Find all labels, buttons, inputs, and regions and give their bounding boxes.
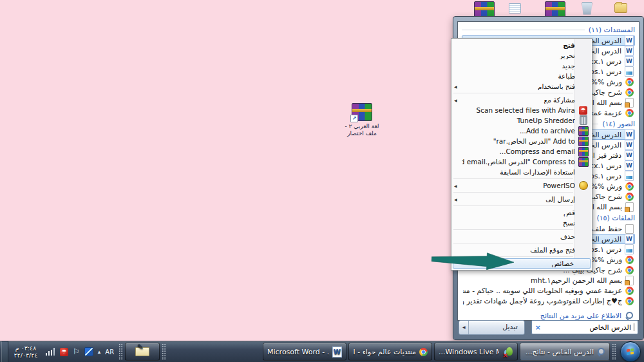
taskbar-window-title: الدرس الخاص - نتائج... xyxy=(526,348,594,356)
menu-item-8[interactable]: TuneUp Shredder xyxy=(451,115,592,126)
file-icon xyxy=(625,224,634,234)
menu-item-label: إرسال إلى xyxy=(462,195,575,203)
word-icon xyxy=(625,160,634,171)
taskbar-window-title: ...Windows Live Me xyxy=(439,348,499,356)
menu-item-3[interactable]: طباعة xyxy=(451,71,592,81)
word-icon xyxy=(625,140,634,150)
start-button[interactable] xyxy=(620,341,641,362)
menu-item-label: جديد xyxy=(462,62,575,70)
shortcut-label-line2: ملف اختصار xyxy=(344,130,380,137)
mht-icon xyxy=(625,202,634,212)
menu-item-label: حذف xyxy=(462,233,575,240)
taskbar-clock[interactable]: ٠٣:٤٨ م ٢٢/٠٣/٢٤ xyxy=(10,345,41,359)
result-item[interactable]: عزيمة عمتي وبوفيه الحلويات اللي سويته ..… xyxy=(462,285,635,296)
menu-item-label: Compress and email... xyxy=(462,148,575,155)
windows-flag-icon xyxy=(627,349,630,352)
taskbar-grip[interactable] xyxy=(118,343,123,360)
search-input[interactable]: الدرس الخاص × xyxy=(531,320,638,334)
switch-user-arrow-icon[interactable]: ◀ xyxy=(459,321,469,334)
menu-item-label: تحرير xyxy=(462,52,575,59)
menu-item-label: استعادة الإصدارات السابقة xyxy=(462,168,575,176)
switch-user-label: تبديل المستخدم xyxy=(469,321,524,334)
menu-item-icon-area xyxy=(575,117,591,125)
shortcut-label-line1: لغة العربي ٢ - xyxy=(344,123,380,130)
submenu-arrow-icon: ◀ xyxy=(452,197,462,202)
menu-item-1[interactable]: تحرير xyxy=(451,50,592,61)
menu-item-label: TuneUp Shredder xyxy=(462,117,575,124)
xps-icon xyxy=(625,171,634,181)
network-signal-icon[interactable] xyxy=(46,348,55,356)
section-header: المستندات (١١) xyxy=(462,24,635,35)
taskbar-window-button-1[interactable]: ...Windows Live Me xyxy=(434,343,518,361)
winrar-icon xyxy=(578,157,589,167)
context-menu: فتحتحريرجديدطباعةفتح باستخدام◀مشاركة مع◀… xyxy=(451,38,592,271)
menu-item-22[interactable]: حذف xyxy=(451,231,592,242)
menu-item-label: نسخ xyxy=(462,219,575,227)
menu-item-9[interactable]: Add to archive... xyxy=(451,126,592,136)
chrome-icon xyxy=(625,193,634,201)
result-item-label: ج♥ج إطارات للفوتوشوب روعة لأجمل شهادات ت… xyxy=(463,297,622,305)
avira-tray-icon[interactable] xyxy=(60,348,68,356)
taskbar-window-title: منتديات عالم حواء - ا... xyxy=(353,348,416,356)
desktop-icon-recycle-bin[interactable] xyxy=(582,1,592,15)
action-center-flag-icon[interactable]: ⚐ xyxy=(73,348,80,356)
taskbar-window-button-3[interactable]: Microsoft Word - ... xyxy=(263,343,346,361)
menu-item-10[interactable]: Add to "الدرس الخاص.rar" xyxy=(451,136,592,146)
taskbar-window-button-2[interactable]: منتديات عالم حواء - ا... xyxy=(348,343,432,361)
menu-item-7[interactable]: Scan selected files with Avira xyxy=(451,105,592,115)
show-hidden-icons-arrow-icon[interactable]: ▴ xyxy=(98,348,101,355)
menu-item-label: PowerISO xyxy=(462,182,575,189)
switch-user-button[interactable]: تبديل المستخدم ◀ xyxy=(459,320,525,335)
language-indicator[interactable]: AR xyxy=(105,348,114,356)
menu-item-label: Compress to "الدرس الخاص.rar" and email xyxy=(462,158,575,166)
menu-separator xyxy=(453,93,573,93)
word-icon xyxy=(625,56,634,66)
desktop-shortcut-winrar[interactable]: لغة العربي ٢ - ملف اختصار xyxy=(344,103,380,137)
menu-item-19[interactable]: قص xyxy=(451,207,592,218)
system-tray: AR ▴ ⚐ xyxy=(43,347,117,356)
menu-item-0[interactable]: فتح xyxy=(451,40,592,50)
desktop-icon-document[interactable] xyxy=(509,1,521,14)
menu-item-12[interactable]: Compress to "الدرس الخاص.rar" and email xyxy=(451,157,592,167)
menu-item-icon-area xyxy=(575,147,591,157)
menu-separator xyxy=(453,178,573,179)
menu-separator xyxy=(453,205,573,206)
section-title: الصور (١٤) xyxy=(602,120,635,128)
menu-item-label: فتح باستخدام xyxy=(462,82,575,90)
menu-item-6[interactable]: مشاركة مع◀ xyxy=(451,95,592,105)
clear-search-icon[interactable]: × xyxy=(535,324,541,331)
chrome-icon xyxy=(625,88,634,97)
word-icon xyxy=(625,129,634,140)
menu-item-4[interactable]: فتح باستخدام◀ xyxy=(451,81,592,91)
menu-item-2[interactable]: جديد xyxy=(451,61,592,71)
menu-item-20[interactable]: نسخ xyxy=(451,218,592,228)
taskbar-window-button-0[interactable]: الدرس الخاص - نتائج... xyxy=(520,343,610,361)
word-icon xyxy=(625,35,634,46)
menu-item-label: Add to archive... xyxy=(462,127,575,135)
annotation-arrow xyxy=(431,251,517,272)
desktop-icon-folder[interactable] xyxy=(614,1,627,14)
menu-item-label: طباعة xyxy=(462,72,575,80)
chrome-icon xyxy=(625,297,634,305)
magnifier-icon xyxy=(597,348,605,356)
result-item[interactable]: بسم الله الرحمن الرحيم١.mht xyxy=(462,275,635,285)
xps-icon xyxy=(625,244,634,254)
pinned-notes-app-button[interactable] xyxy=(125,343,160,361)
submenu-arrow-icon: ◀ xyxy=(452,98,462,102)
word-icon xyxy=(625,150,634,160)
document-icon xyxy=(509,3,521,14)
menu-item-11[interactable]: Compress and email... xyxy=(451,146,592,157)
search-panel-footer: الدرس الخاص × تبديل المستخدم ◀ xyxy=(457,319,639,336)
menu-item-label: فتح xyxy=(462,41,575,49)
section-title: المستندات (١١) xyxy=(589,26,635,34)
tray-app-icon[interactable] xyxy=(84,347,93,356)
chrome-icon xyxy=(625,266,634,274)
menu-item-15[interactable]: PowerISO◀ xyxy=(451,180,592,191)
xps-icon xyxy=(625,66,634,77)
show-desktop-button[interactable] xyxy=(1,341,8,362)
taskbar-grip[interactable] xyxy=(612,343,616,360)
taskbar-grip[interactable] xyxy=(162,343,166,360)
result-item[interactable]: ج♥ج إطارات للفوتوشوب روعة لأجمل شهادات ت… xyxy=(462,296,635,306)
menu-item-17[interactable]: إرسال إلى◀ xyxy=(451,194,592,204)
menu-item-13[interactable]: استعادة الإصدارات السابقة xyxy=(451,167,592,177)
